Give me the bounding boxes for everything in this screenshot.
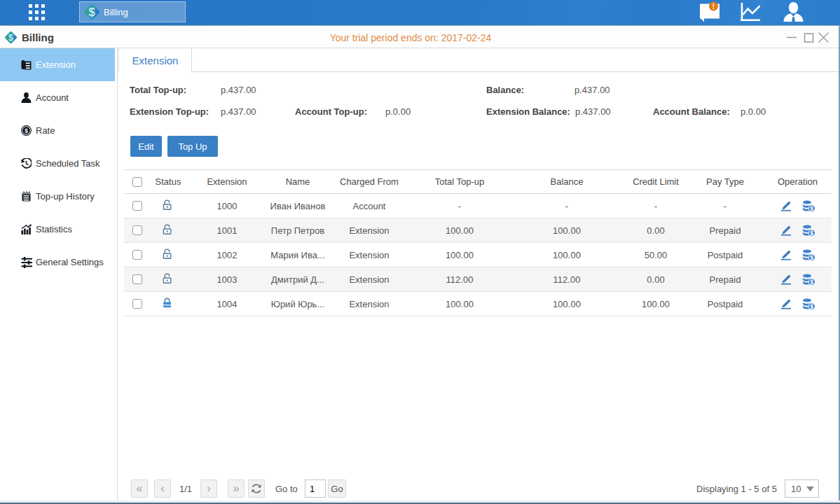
svg-text:$: $ bbox=[25, 127, 28, 134]
svg-text:!: ! bbox=[712, 3, 715, 10]
svg-text:$: $ bbox=[88, 6, 95, 18]
